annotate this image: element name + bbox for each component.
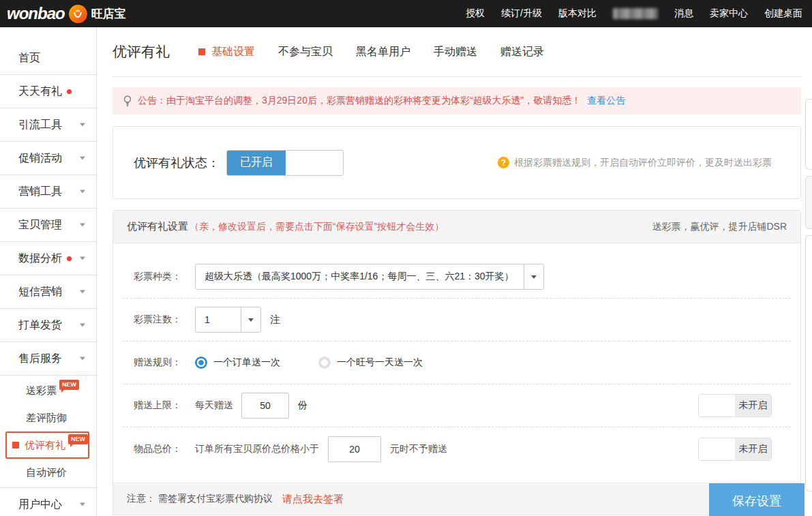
sidebar-item-user-center[interactable]: 用户中心 <box>0 488 96 516</box>
edge-widget-segment[interactable] <box>805 99 812 170</box>
notification-dot <box>67 256 72 261</box>
right-edge-widget <box>805 99 812 491</box>
sidebar-item-send-lottery[interactable]: 送彩票 NEW <box>0 377 96 404</box>
tab-manual-gift[interactable]: 手动赠送 <box>434 45 477 59</box>
topbar-item-renew-upgrade[interactable]: 续订/升级 <box>501 7 542 20</box>
sidebar-item-after-sales[interactable]: 售后服务 <box>0 342 96 376</box>
sidebar-item-label: 短信营销 <box>18 285 62 299</box>
tab-blacklist-users[interactable]: 黑名单用户 <box>356 45 410 59</box>
after-sales-submenu: 送彩票 NEW 差评防御 优评有礼 NEW 自动评价 <box>0 376 96 488</box>
sidebar-item-label: 首页 <box>18 51 40 65</box>
chevron-down-icon <box>80 357 85 361</box>
view-announcement-link[interactable]: 查看公告 <box>587 95 625 107</box>
announcement-banner: 公告：由于淘宝平台的调整，3月29日20后，彩票营销赠送的彩种将变更为体彩“超级… <box>112 87 801 115</box>
sidebar-item-label: 宝贝管理 <box>18 218 62 232</box>
sidebar-item-daily-gift[interactable]: 天天有礼 <box>0 75 96 108</box>
chevron-down-icon <box>80 290 85 294</box>
topbar-item-create-desktop[interactable]: 创建桌面 <box>764 7 802 20</box>
feature-status-toggle[interactable]: 已开启 <box>226 150 344 176</box>
lottery-count-select[interactable]: 1 <box>195 307 261 333</box>
chevron-down-icon <box>80 224 85 227</box>
bulb-icon <box>123 95 132 107</box>
save-settings-button[interactable]: 保存设置 <box>709 483 805 516</box>
chevron-down-icon <box>80 257 85 260</box>
sidebar-item-traffic-tools[interactable]: 引流工具 <box>0 108 96 142</box>
edge-widget-segment[interactable] <box>805 235 812 491</box>
sidebar-item-label: 引流工具 <box>18 118 62 132</box>
topbar-item-authorize[interactable]: 授权 <box>466 7 485 20</box>
new-badge: NEW <box>68 434 88 444</box>
sidebar-item-label: 促销活动 <box>18 151 62 166</box>
logo-icon <box>69 5 87 23</box>
settings-title: 优评有礼设置 <box>127 220 188 233</box>
sidebar-item-label: 送彩票 <box>26 384 57 397</box>
tab-excluded-items[interactable]: 不参与宝贝 <box>278 45 333 59</box>
sidebar-item-label: 售后服务 <box>18 352 62 366</box>
sign-agreement-link[interactable]: 请点我去签署 <box>282 493 344 506</box>
toggle-off-half <box>286 151 343 175</box>
gift-limit-row: 赠送上限： 每天赠送 份 未开启 <box>123 384 791 427</box>
logo[interactable]: wonbao 旺店宝 <box>7 4 126 23</box>
radio-per-account-per-day[interactable]: 一个旺号一天送一次 <box>318 356 423 369</box>
lottery-type-label: 彩票种类： <box>134 271 195 283</box>
sidebar-item-label: 差评防御 <box>26 412 67 425</box>
tab-bar: 基础设置 不参与宝贝 黑名单用户 手动赠送 赠送记录 <box>198 45 544 59</box>
gift-limit-label: 赠送上限： <box>134 399 195 412</box>
notification-dot <box>67 89 72 94</box>
tab-label: 赠送记录 <box>500 45 544 59</box>
status-help: ? 根据彩票赠送规则，开启自动评价立即评价，更及时送出彩票 <box>498 157 772 169</box>
chevron-down-icon <box>80 503 85 506</box>
sidebar-item-label: 用户中心 <box>18 498 62 512</box>
tab-gift-records[interactable]: 赠送记录 <box>500 45 544 59</box>
settings-panel-header: 优评有礼设置 （亲，修改设置后，需要点击下面“保存设置”按钮才会生效） 送彩票，… <box>113 211 800 243</box>
total-price-toggle[interactable]: 未开启 <box>698 438 772 461</box>
sidebar-item-label: 优评有礼 <box>25 439 65 452</box>
sidebar-item-homepage[interactable]: 首页 <box>0 42 96 75</box>
min-price-input[interactable] <box>328 436 381 462</box>
sidebar-item-good-review-gift[interactable]: 优评有礼 NEW <box>5 431 89 459</box>
active-tab-bullet-icon <box>198 48 205 55</box>
radio-selected-icon <box>195 356 207 369</box>
footer-note-text: 需签署支付宝彩票代购协议 <box>158 493 273 505</box>
gift-limit-unit: 份 <box>298 399 307 412</box>
toggle-knob-area <box>699 395 735 416</box>
lottery-count-value: 1 <box>196 307 241 332</box>
new-badge: NEW <box>59 380 79 390</box>
main-content: 优评有礼 基础设置 不参与宝贝 黑名单用户 手动赠送 赠送记录 公告：由 <box>97 27 812 515</box>
gift-rule-label: 赠送规则： <box>134 356 195 369</box>
blurred-username[interactable] <box>613 8 658 19</box>
status-label: 优评有礼状态： <box>134 155 220 171</box>
sidebar-item-auto-review[interactable]: 自动评价 <box>0 459 96 486</box>
sidebar-item-data-analysis[interactable]: 数据分析 <box>0 242 96 275</box>
topbar-item-messages[interactable]: 消息 <box>674 7 693 20</box>
topbar-item-seller-center[interactable]: 卖家中心 <box>710 7 748 20</box>
lottery-count-label: 彩票注数： <box>134 314 195 326</box>
radio-unselected-icon <box>318 356 331 369</box>
settings-slogan: 送彩票，赢优评，提升店铺DSR <box>652 221 787 233</box>
status-help-text: 根据彩票赠送规则，开启自动评价立即评价，更及时送出彩票 <box>514 157 772 169</box>
total-price-suffix: 元时不予赠送 <box>390 443 447 455</box>
settings-note: （亲，修改设置后，需要点击下面“保存设置”按钮才会生效） <box>190 221 444 233</box>
tab-basic-settings[interactable]: 基础设置 <box>198 45 255 59</box>
topbar-menu: 授权 续订/升级 版本对比 消息 卖家中心 创建桌面 <box>466 7 802 20</box>
lottery-type-select[interactable]: 超级大乐透（最高奖1000万；中奖率1/16；每周一、三、六21：30开奖） <box>195 264 544 290</box>
radio-per-order[interactable]: 一个订单送一次 <box>195 356 280 369</box>
edge-widget-segment[interactable] <box>805 176 812 229</box>
total-price-label: 物品总价： <box>134 443 195 455</box>
sidebar-item-promo-activities[interactable]: 促销活动 <box>0 142 96 175</box>
gift-limit-toggle[interactable]: 未开启 <box>698 394 772 417</box>
sidebar-item-order-shipping[interactable]: 打单发货 <box>0 309 96 342</box>
daily-limit-input[interactable] <box>241 393 289 419</box>
chevron-down-icon <box>80 324 85 327</box>
logo-cn-text: 旺店宝 <box>91 6 126 22</box>
sidebar-item-sms-marketing[interactable]: 短信营销 <box>0 275 96 309</box>
sidebar-item-marketing-tools[interactable]: 营销工具 <box>0 175 96 209</box>
sidebar-item-bad-review-defense[interactable]: 差评防御 <box>0 404 96 431</box>
topbar-item-version-compare[interactable]: 版本对比 <box>558 7 597 20</box>
lottery-count-unit: 注 <box>270 314 280 327</box>
status-panel: 优评有礼状态： 已开启 ? 根据彩票赠送规则，开启自动评价立即评价，更及时送出彩… <box>112 126 801 199</box>
sidebar: 首页 天天有礼 引流工具 促销活动 营销工具 宝贝管理 数据分析 短信营销 打单… <box>0 27 97 516</box>
sidebar-item-label: 打单发货 <box>18 318 62 333</box>
sidebar-item-product-management[interactable]: 宝贝管理 <box>0 209 96 242</box>
toggle-knob-area <box>699 438 735 460</box>
